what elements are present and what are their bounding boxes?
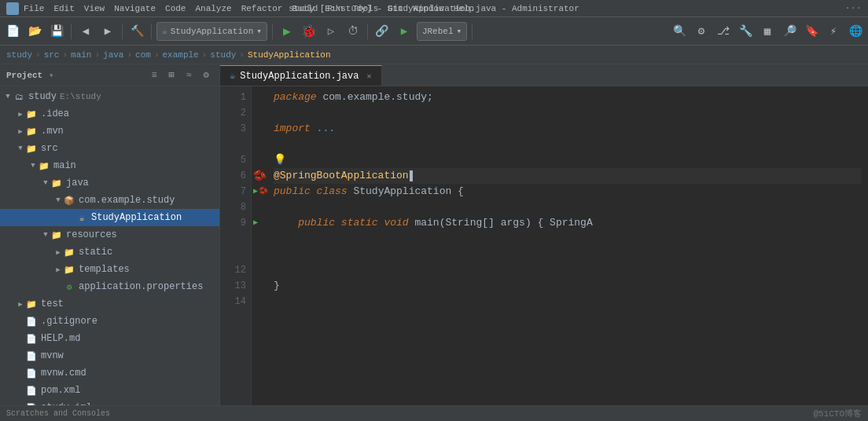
tab-close-button[interactable]: ✕ xyxy=(366,71,371,81)
sidebar: Project ▾ ≡ ⊞ ≈ ⚙ ▼ 🗂 study E:\study xyxy=(0,64,220,405)
git-button[interactable]: ⎇ xyxy=(714,22,733,41)
lightbulb-icon: 💡 xyxy=(274,152,286,168)
tree-item-mvnwcmd[interactable]: 📄 mvnw.cmd xyxy=(0,364,219,382)
expand-arrow-templates: ▶ xyxy=(53,265,63,274)
status-bar: Scratches and Consoles @51CTO博客 xyxy=(0,405,868,421)
file-tree: ▼ 🗂 study E:\study ▶ 📁 .idea ▶ 📁 xyxy=(0,86,219,405)
jrebel-attach-button[interactable]: 🔗 xyxy=(373,22,392,41)
tree-item-pomxml[interactable]: 📄 pom.xml xyxy=(0,382,219,399)
gutter-7: ▶ 🫘 xyxy=(253,184,266,200)
run-config-dropdown[interactable]: ☕ StudyApplication ▾ xyxy=(156,22,267,41)
gutter-4 xyxy=(253,137,266,152)
code-area: 1 2 3 5 6 7 8 9 12 13 14 xyxy=(220,86,868,405)
menu-refactor[interactable]: Refactor xyxy=(241,4,283,13)
run-button[interactable]: ▶ xyxy=(278,22,296,41)
find-button[interactable]: 🔎 xyxy=(780,22,799,41)
tree-item-src[interactable]: ▼ 📁 src xyxy=(0,140,219,157)
tree-view-button[interactable]: ≈ xyxy=(182,68,196,82)
breadcrumb-java[interactable]: java xyxy=(103,50,123,60)
build-button[interactable]: 🔨 xyxy=(127,22,146,41)
toolbar-right: 🔍 ⚙ ⎇ 🔧 ▦ 🔎 🔖 ⚡ 🌐 xyxy=(670,22,865,41)
bookmark-button[interactable]: 🔖 xyxy=(802,22,821,41)
open-button[interactable]: 📂 xyxy=(25,22,44,41)
gitignore-icon: 📄 xyxy=(25,315,38,328)
jrebel-chevron-icon: ▾ xyxy=(456,26,462,36)
code-line-5: 💡 xyxy=(274,152,862,168)
power-save-button[interactable]: ⚡ xyxy=(824,22,843,41)
new-file-button[interactable]: 📄 xyxy=(3,22,22,41)
tree-item-helpmd[interactable]: 📄 HELP.md xyxy=(0,330,219,347)
menu-code[interactable]: Code xyxy=(165,4,186,13)
breadcrumb-main[interactable]: main xyxy=(71,50,91,60)
tree-item-studyapp[interactable]: ☕ StudyApplication xyxy=(0,209,219,226)
separator-6 xyxy=(472,24,473,39)
breadcrumb-study[interactable]: study xyxy=(6,50,32,60)
tree-item-appprops[interactable]: ⚙ application.properties xyxy=(0,278,219,295)
debug-button[interactable]: 🐞 xyxy=(300,22,318,41)
tree-item-idea[interactable]: ▶ 📁 .idea xyxy=(0,105,219,123)
menu-navigate[interactable]: Navigate xyxy=(114,4,156,13)
collapse-all-button[interactable]: ≡ xyxy=(147,68,161,82)
tree-item-static[interactable]: ▶ 📁 static xyxy=(0,243,219,261)
breadcrumb-com[interactable]: com xyxy=(135,50,151,60)
module-icon: 🗂 xyxy=(13,90,25,103)
folder-icon-static: 📁 xyxy=(63,246,75,258)
profile-button[interactable]: ⏱ xyxy=(344,22,362,41)
tree-item-main[interactable]: ▼ 📁 main xyxy=(0,157,219,174)
menu-edit[interactable]: Edit xyxy=(53,4,74,13)
layout-button[interactable]: ▦ xyxy=(758,22,777,41)
tree-item-mvn[interactable]: ▶ 📁 .mvn xyxy=(0,123,219,140)
tree-item-study[interactable]: ▼ 🗂 study E:\study xyxy=(0,88,219,105)
translate-button[interactable]: 🌐 xyxy=(846,22,865,41)
run-icon-9[interactable]: ▶ xyxy=(253,215,258,231)
vcs-button[interactable]: 🔧 xyxy=(736,22,755,41)
gutter-6: 🫘 xyxy=(253,168,266,184)
menu-file[interactable]: File xyxy=(24,4,44,13)
settings-button[interactable]: ⚙ xyxy=(692,22,711,41)
java-tab-icon: ☕ xyxy=(230,70,235,82)
breadcrumb-src[interactable]: src xyxy=(44,50,60,60)
status-right: @51CTO博客 xyxy=(813,408,862,419)
tree-item-resources[interactable]: ▼ 📁 resources xyxy=(0,226,219,243)
code-line-14 xyxy=(274,294,862,309)
gear-icon[interactable]: ⚙ xyxy=(199,68,213,82)
tree-item-gitignore[interactable]: 📄 .gitignore xyxy=(0,313,219,330)
menu-analyze[interactable]: Analyze xyxy=(195,4,231,13)
file-icon-mvnw: 📄 xyxy=(25,350,38,362)
menu-view[interactable]: View xyxy=(84,4,105,13)
tree-item-java[interactable]: ▼ 📁 java xyxy=(0,174,219,192)
tree-item-mvnw[interactable]: 📄 mvnw xyxy=(0,347,219,364)
gutter-5 xyxy=(253,152,266,168)
breadcrumb-study2[interactable]: study xyxy=(210,50,236,60)
run-icon-7[interactable]: ▶ xyxy=(253,184,258,200)
forward-button[interactable]: ▶ xyxy=(98,22,117,41)
editor-tab-studyapp[interactable]: ☕ StudyApplication.java ✕ xyxy=(220,65,382,86)
breadcrumb-studyapp[interactable]: StudyApplication xyxy=(248,50,331,60)
expand-button[interactable]: ⊞ xyxy=(164,68,178,82)
expand-arrow-static: ▶ xyxy=(53,248,63,257)
sidebar-dropdown-icon[interactable]: ▾ xyxy=(49,71,53,80)
tree-item-test[interactable]: ▶ 📁 test xyxy=(0,295,219,313)
code-line-8 xyxy=(274,200,862,215)
tree-item-studyiml[interactable]: 📄 study.iml xyxy=(0,399,219,405)
editor-tabs: ☕ StudyApplication.java ✕ xyxy=(220,64,868,86)
main-area: Project ▾ ≡ ⊞ ≈ ⚙ ▼ 🗂 study E:\study xyxy=(0,64,868,405)
file-icon-mvnwcmd: 📄 xyxy=(25,367,38,379)
tree-item-package[interactable]: ▼ 📦 com.example.study xyxy=(0,192,219,209)
sidebar-header-actions: ≡ ⊞ ≈ ⚙ xyxy=(147,68,213,82)
jrebel-dropdown[interactable]: JRebel ▾ xyxy=(417,22,467,41)
tree-item-templates[interactable]: ▶ 📁 templates xyxy=(0,261,219,278)
search-everywhere-button[interactable]: 🔍 xyxy=(670,22,689,41)
save-button[interactable]: 💾 xyxy=(47,22,66,41)
breadcrumb-example[interactable]: example xyxy=(163,50,199,60)
code-line-1: package com.example.study; xyxy=(274,90,862,105)
code-content[interactable]: package com.example.study; import ... 💡 … xyxy=(267,86,868,405)
separator-3 xyxy=(151,24,152,39)
back-button[interactable]: ◀ xyxy=(76,22,95,41)
window-title: study [E:\study] - StudyApplication.java… xyxy=(289,4,579,13)
coverage-button[interactable]: ▷ xyxy=(322,22,340,41)
scratches-status[interactable]: Scratches and Consoles xyxy=(6,409,110,418)
toolbar: 📄 📂 💾 ◀ ▶ 🔨 ☕ StudyApplication ▾ ▶ 🐞 ▷ ⏱… xyxy=(0,17,868,46)
jrebel-run-button[interactable]: ▶ xyxy=(395,22,414,41)
separator-4 xyxy=(272,24,273,39)
